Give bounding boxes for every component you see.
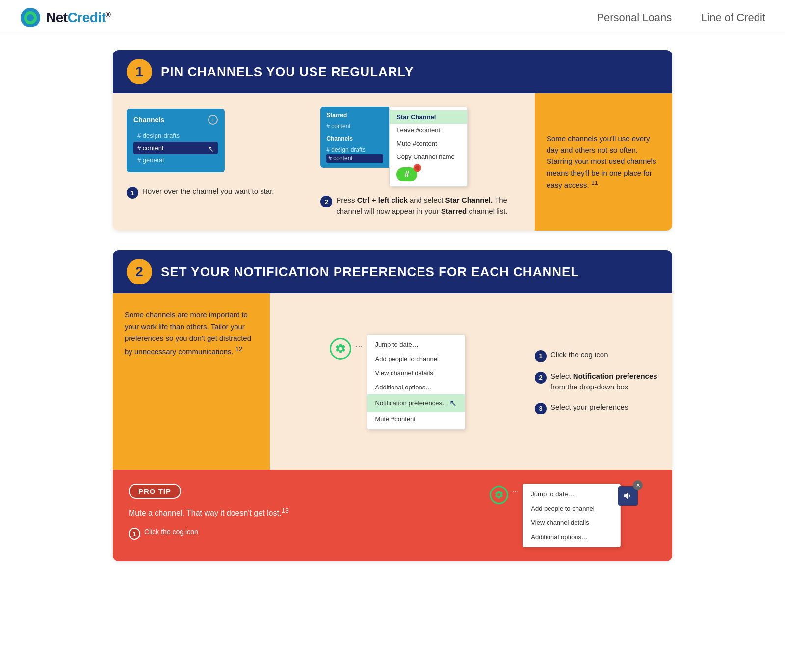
channels-header: Channels + — [133, 115, 218, 125]
s2-step-2-text: Select Notification preferences from the… — [550, 371, 662, 393]
s2-step-2-badge: 2 — [535, 372, 547, 384]
logo-area: NetCredit® — [20, 7, 110, 28]
hash-pill: # — [396, 167, 417, 181]
pro-tip-gear-svg — [494, 490, 504, 500]
cog-icon — [330, 338, 351, 360]
cog-additional-options: Additional options… — [367, 380, 465, 394]
step-1-badge-sm: 1 — [127, 187, 138, 199]
channel-item-general: # general — [133, 154, 218, 166]
step-1-instruction: 1 Hover over the channel you want to sta… — [127, 186, 297, 199]
s1-left: Channels + # design-drafts # content ↖ #… — [113, 93, 311, 231]
s2-left: Some channels are more important to your… — [113, 293, 270, 470]
s2-notif-bold: Notification preferences — [573, 372, 657, 380]
dots-separator: ··· — [355, 341, 363, 351]
channels-panel: Channels + # design-drafts # content ↖ #… — [127, 109, 225, 172]
s1-right: Some channels you'll use every day and o… — [535, 93, 672, 231]
step-2-bold3: Starred — [441, 207, 467, 215]
pro-tip-right: ··· Jump to date… Add people to channel … — [490, 484, 656, 547]
cog-dropdown: Jump to date… Add people to channel View… — [367, 334, 465, 430]
s2-right: 1 Click the cog icon 2 Select Notificati… — [525, 293, 672, 470]
logo-text: NetCredit® — [46, 10, 110, 26]
section-2-body: Some channels are more important to your… — [113, 293, 672, 470]
dropdown-copy: Copy Channel name — [390, 150, 467, 163]
s2-step-3: 3 Select your preferences — [535, 402, 662, 414]
step-2-bold2: Star Channel. — [445, 196, 493, 204]
step-2-bold1: Ctrl + left click — [357, 196, 408, 204]
step-1-badge: 1 — [127, 59, 152, 84]
add-channel-icon: + — [208, 115, 218, 125]
step-2-text: Press Ctrl + left click and select Star … — [336, 195, 525, 217]
cog-jump-to-date: Jump to date… — [367, 337, 465, 352]
hash-pill-row: # — [390, 163, 467, 183]
pro-tip-text: Mute a channel. That way it doesn't get … — [129, 506, 470, 519]
sidebar-content-active: # content — [326, 154, 383, 163]
step-1-text: Hover over the channel you want to star. — [142, 186, 274, 197]
close-icon: ✕ — [633, 480, 643, 490]
pin-icon — [408, 163, 422, 177]
starred-label: Starred — [326, 112, 383, 119]
section-2-card: 2 SET YOUR NOTIFICATION PREFERENCES FOR … — [113, 250, 672, 561]
dropdown-star-channel: Star Channel — [390, 110, 467, 124]
sidebar-design-drafts: # design-drafts — [326, 145, 383, 154]
pro-tip-step-1-badge: 1 — [129, 528, 140, 540]
pro-tip-step-1-text: Click the cog icon — [144, 527, 198, 537]
channel-item-design-drafts: # design-drafts — [133, 129, 218, 142]
pro-tip-cog-icon — [490, 486, 508, 504]
step-2-instruction: 2 Press Ctrl + left click and select Sta… — [320, 195, 525, 217]
step-2-badge-main: 2 — [127, 259, 152, 284]
dropdown-leave: Leave #content — [390, 124, 467, 137]
pro-tip-step-1: 1 Click the cog icon — [129, 527, 470, 540]
section-2-title: SET YOUR NOTIFICATION PREFERENCES FOR EA… — [161, 264, 579, 280]
channels-title: Channels — [133, 116, 164, 124]
s2-step-1-text: Click the cog icon — [550, 349, 608, 361]
s2-center: ··· Jump to date… Add people to channel … — [270, 293, 525, 470]
gear-svg — [335, 343, 346, 355]
pro-tip-dropdown: Jump to date… Add people to channel View… — [523, 484, 621, 547]
slack-sidebar-mini: Starred # content Channels # design-draf… — [320, 107, 389, 168]
section-1-body: Channels + # design-drafts # content ↖ #… — [113, 93, 672, 231]
pro-tip-left: PRO TIP Mute a channel. That way it does… — [129, 484, 470, 540]
cog-notification-prefs: Notification preferences… ↖ — [367, 394, 465, 412]
header: NetCredit® Personal Loans Line of Credit — [0, 0, 785, 35]
main-nav: Personal Loans Line of Credit — [597, 11, 765, 24]
cog-view-details: View channel details — [367, 366, 465, 380]
dropdown-mock: Starred # content Channels # design-draf… — [320, 107, 468, 187]
section-1-title: PIN CHANNELS YOU USE REGULARLY — [161, 64, 414, 79]
svg-point-4 — [415, 166, 419, 170]
cursor-arrow-icon: ↖ — [449, 398, 457, 409]
dropdown-menu: Star Channel Leave #content Mute #conten… — [389, 107, 468, 187]
s2-step-3-text: Select your preferences — [550, 402, 628, 413]
s2-step-2: 2 Select Notification preferences from t… — [535, 371, 662, 393]
cog-mute-content: Mute #content — [367, 412, 465, 426]
personal-loans-link[interactable]: Personal Loans — [597, 11, 672, 24]
s2-step-1: 1 Click the cog icon — [535, 349, 662, 362]
pro-tip-section: PRO TIP Mute a channel. That way it does… — [113, 470, 672, 561]
pro-tip-dd-view-details: View channel details — [523, 516, 620, 530]
netcredit-logo-icon — [20, 7, 41, 28]
svg-point-2 — [27, 14, 34, 21]
line-of-credit-link[interactable]: Line of Credit — [701, 11, 765, 24]
channel-item-content: # content ↖ — [133, 142, 218, 154]
pro-tip-dd-additional: Additional options… — [523, 530, 620, 544]
s1-right-text: Some channels you'll use every day and o… — [547, 133, 660, 191]
dropdown-mute: Mute #content — [390, 137, 467, 150]
section-2-header: 2 SET YOUR NOTIFICATION PREFERENCES FOR … — [113, 250, 672, 293]
pro-tip-badge: PRO TIP — [129, 484, 181, 499]
main-content: 1 PIN CHANNELS YOU USE REGULARLY Channel… — [0, 35, 785, 595]
s2-left-text: Some channels are more important to your… — [125, 309, 258, 358]
s1-center: Starred # content Channels # design-draf… — [311, 93, 535, 231]
cog-menu-container: ··· Jump to date… Add people to channel … — [330, 334, 465, 430]
pro-tip-dots: ··· — [512, 488, 519, 496]
s2-step-1-badge: 1 — [535, 350, 547, 362]
pro-tip-dd-add-people: Add people to channel — [523, 501, 620, 516]
starred-content-item: # content — [326, 122, 383, 130]
cursor-icon: ↖ — [208, 144, 214, 154]
section-1-header: 1 PIN CHANNELS YOU USE REGULARLY — [113, 50, 672, 93]
cog-add-people: Add people to channel — [367, 352, 465, 366]
section-1-card: 1 PIN CHANNELS YOU USE REGULARLY Channel… — [113, 50, 672, 231]
speaker-svg — [623, 491, 633, 501]
step-2-badge-sm: 2 — [320, 196, 332, 207]
pro-tip-dd-jump: Jump to date… — [523, 487, 620, 501]
channels-label-mini: Channels — [326, 135, 383, 142]
s2-step-3-badge: 3 — [535, 403, 547, 414]
